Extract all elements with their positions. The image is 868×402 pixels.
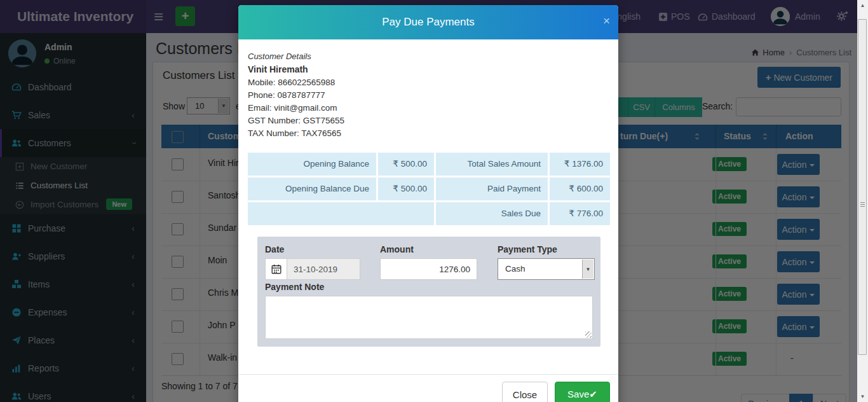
payment-note-textarea[interactable] (265, 296, 593, 339)
balance-value: ₹ 500.00 (378, 177, 434, 200)
amount-input[interactable] (380, 258, 477, 280)
payment-note-label: Payment Note (265, 282, 324, 292)
amount-label: Amount (380, 244, 414, 254)
select-arrow-icon: ▼ (582, 260, 593, 279)
customer-tax: TAX Number: TAX76565 (248, 128, 341, 138)
balance-value: ₹ 600.00 (550, 177, 610, 200)
calendar-icon (271, 264, 281, 274)
payment-form-panel: Date Amount Payment Type Cash ▼ Payment … (257, 237, 600, 347)
balance-value: ₹ 500.00 (378, 153, 434, 176)
modal-customer-name: Vinit Hiremath (248, 64, 308, 74)
customer-gst: GST Number: GST75655 (248, 116, 344, 125)
pay-due-payments-modal: Pay Due Payments × Customer Details Vini… (238, 5, 618, 402)
date-label: Date (265, 244, 284, 254)
balance-value: ₹ 1376.00 (550, 153, 610, 176)
balance-label: Opening Balance (248, 153, 376, 176)
modal-header: Pay Due Payments × (238, 5, 618, 39)
balance-label: Total Sales Amount (436, 153, 548, 176)
balance-label: Sales Due (436, 202, 548, 225)
customer-email: Email: vinit@gmail.com (248, 103, 337, 113)
balance-value: ₹ 776.00 (550, 202, 610, 225)
app-root: Ultimate Inventory ≡ + English POS Dashb… (0, 0, 868, 402)
customer-mobile: Mobile: 866022565988 (248, 78, 335, 87)
check-icon: ✔ (589, 389, 597, 399)
customer-phone: Phone: 0878787777 (248, 90, 325, 100)
resize-grip[interactable] (585, 331, 592, 338)
save-button[interactable]: Save✔ (555, 382, 610, 402)
date-input[interactable] (287, 258, 360, 280)
calendar-button[interactable] (265, 258, 287, 280)
close-button[interactable]: Close (502, 382, 548, 402)
balance-label: Paid Payment (436, 177, 548, 200)
modal-footer-divider (238, 374, 618, 375)
thumb-grip (860, 202, 865, 203)
scroll-up-arrow[interactable]: ▲ (857, 0, 868, 11)
scroll-down-arrow[interactable]: ▼ (857, 391, 868, 402)
customer-details-label: Customer Details (248, 52, 311, 61)
payment-type-label: Payment Type (498, 244, 557, 254)
browser-scrollbar[interactable]: ▲ ▼ (857, 0, 868, 402)
scrollbar-thumb[interactable] (858, 19, 867, 355)
balance-label: Opening Balance Due (248, 177, 376, 200)
payment-type-select[interactable]: Cash ▼ (498, 258, 595, 280)
balance-empty-cell (248, 202, 434, 225)
close-icon[interactable]: × (603, 15, 610, 27)
modal-title: Pay Due Payments (238, 5, 618, 39)
